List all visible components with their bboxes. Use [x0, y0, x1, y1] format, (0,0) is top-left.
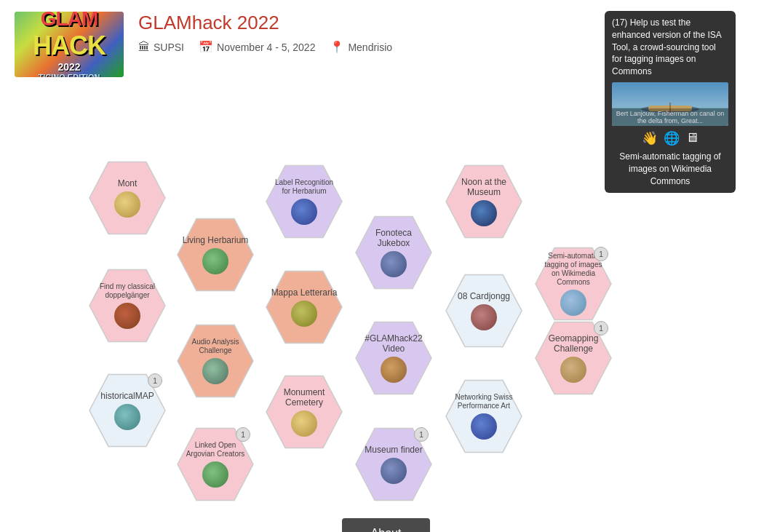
hex-item[interactable]: Monument Cemetery	[265, 369, 343, 455]
hex-item[interactable]: Label Recognition for Herbarium	[265, 159, 343, 245]
location-meta: 📍 Mendrisio	[330, 40, 392, 54]
event-location: Mendrisio	[348, 41, 392, 53]
tooltip-actions[interactable]: 👋 🌐 🖥	[612, 130, 728, 146]
date-meta: 📅 November 4 - 5, 2022	[199, 40, 315, 54]
hex-item[interactable]: Audio Analysis Challenge	[176, 318, 255, 404]
hex-item[interactable]: Noon at the Museum	[445, 159, 523, 245]
hex-item[interactable]: Fonoteca Jukebox	[354, 210, 433, 295]
about-button[interactable]: About	[342, 518, 431, 532]
isa-tool-tooltip[interactable]: (17) Help us test the enhanced version o…	[605, 11, 736, 193]
hex-badge: 1	[236, 427, 250, 442]
date-icon: 📅	[199, 40, 213, 54]
org-name: SUPSI	[154, 41, 184, 53]
location-icon: 📍	[330, 40, 344, 54]
tooltip-description: Semi-automatic tagging of images on Wiki…	[612, 151, 728, 187]
event-logo[interactable]: GLAM HACK 2022 TICINO EDITION	[15, 12, 124, 77]
tooltip-img-caption: Bert Lanjouw, Fisherman on canal on the …	[612, 108, 728, 126]
hex-badge: 1	[594, 321, 608, 336]
tooltip-image: Bert Lanjouw, Fisherman on canal on the …	[612, 82, 728, 126]
hex-item[interactable]: 08 Cardjongg	[445, 268, 523, 354]
hex-item[interactable]: Semi-automatic tagging of images on Wiki…	[534, 241, 613, 327]
globe-icon[interactable]: 🌐	[664, 130, 680, 146]
hex-item[interactable]: Linked Open Argovian Creators1	[176, 421, 255, 507]
wave-icon[interactable]: 👋	[642, 130, 658, 146]
hex-badge: 1	[148, 373, 162, 388]
org-meta: 🏛 SUPSI	[138, 40, 184, 54]
event-date: November 4 - 5, 2022	[217, 41, 315, 53]
hex-item[interactable]: Museum finder1	[354, 421, 433, 507]
hex-item[interactable]: Mont	[88, 155, 167, 241]
hex-item[interactable]: #GLAMhack22 Video	[354, 315, 433, 401]
hex-badge: 1	[414, 427, 429, 442]
org-icon: 🏛	[138, 41, 150, 54]
hex-item[interactable]: historicalMAP1	[88, 368, 167, 453]
hex-item[interactable]: Find my classical doppelgänger	[88, 263, 167, 349]
monitor-icon[interactable]: 🖥	[685, 130, 699, 146]
tooltip-text: (17) Help us test the enhanced version o…	[612, 17, 728, 78]
hex-item[interactable]: Networking Swiss Performance Art	[445, 373, 523, 459]
hex-badge: 1	[594, 247, 608, 261]
hex-item[interactable]: Mappa Letteraria	[265, 264, 343, 350]
hex-item[interactable]: Geomapping Challenge1	[534, 315, 613, 401]
hex-item[interactable]: Living Herbarium	[176, 212, 255, 298]
bottom-section: About 📊 By Stage ☰ By Category 👤 Partici…	[0, 511, 772, 532]
